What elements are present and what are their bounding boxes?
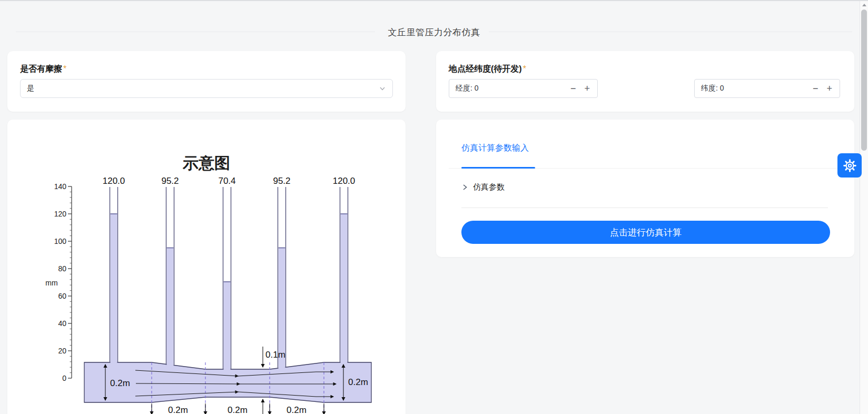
vertical-scrollbar[interactable] (860, 1, 868, 414)
svg-text:20: 20 (58, 347, 66, 355)
latitude-decrease-button[interactable]: − (812, 84, 820, 93)
collapse-simulation-params[interactable]: 仿真参数 (461, 179, 505, 195)
svg-text:40: 40 (58, 319, 66, 328)
simulation-card: 仿真计算参数输入 仿真参数 点击进行仿真计算 (436, 120, 854, 257)
longitude-input[interactable]: 经度: 0 − + (449, 79, 598, 98)
active-tab-underline (461, 167, 535, 169)
manometer-tube: 70.4 (218, 176, 235, 373)
friction-select[interactable]: 是 (20, 79, 393, 98)
scrollbar-thumb[interactable] (861, 9, 867, 151)
manometer-reading: 120.0 (103, 176, 125, 186)
segment-width-label: 0.2m (228, 405, 248, 414)
svg-text:80: 80 (58, 264, 66, 273)
diagram-title: 示意图 (182, 154, 230, 172)
svg-text:100: 100 (54, 237, 67, 245)
segment-width-label: 0.2m (287, 405, 307, 414)
page-title: 文丘里管压力分布仿真 (0, 26, 868, 38)
collapse-label: 仿真参数 (473, 182, 505, 192)
tab-simulation-params[interactable]: 仿真计算参数输入 (461, 143, 529, 154)
manometer-reading: 120.0 (333, 176, 356, 186)
gear-icon (843, 159, 857, 173)
location-label: 地点经纬度(待开发)* (449, 64, 526, 75)
manometer-tube: 95.2 (273, 176, 290, 372)
outlet-height-label: 0.2m (348, 377, 368, 387)
svg-text:mm: mm (45, 279, 57, 287)
manometer-tubes: 120.095.270.495.2120.0 (103, 176, 356, 373)
longitude-value: 经度: 0 (456, 84, 569, 93)
longitude-increase-button[interactable]: + (583, 84, 591, 93)
location-card: 地点经纬度(待开发)* 经度: 0 − + 纬度: 0 − + (436, 51, 854, 112)
chevron-down-icon (379, 85, 386, 92)
segment-width-label: 0.2m (168, 405, 188, 414)
svg-text:120: 120 (54, 210, 67, 218)
latitude-value: 纬度: 0 (701, 84, 812, 93)
svg-text:140: 140 (54, 182, 67, 191)
settings-button[interactable] (837, 153, 862, 178)
svg-text:0: 0 (62, 374, 66, 382)
manometer-reading: 95.2 (161, 176, 179, 186)
required-mark: * (63, 64, 66, 73)
friction-card: 是否有摩擦* 是 (7, 51, 406, 112)
manometer-tube: 120.0 (103, 176, 125, 367)
mm-scale-ruler: 020406080100120140mm (45, 182, 72, 382)
latitude-input[interactable]: 纬度: 0 − + (694, 79, 840, 98)
chevron-right-icon (461, 184, 468, 191)
inlet-height-label: 0.2m (110, 378, 130, 388)
scroll-up-arrow[interactable] (862, 4, 866, 6)
run-simulation-button[interactable]: 点击进行仿真计算 (461, 221, 830, 244)
required-mark: * (523, 64, 526, 73)
friction-select-value: 是 (27, 84, 379, 93)
manometer-reading: 95.2 (273, 176, 290, 186)
friction-label: 是否有摩擦* (20, 64, 66, 75)
manometer-tube: 120.0 (333, 176, 356, 367)
venturi-diagram: 示意图 120.095.270.495.2120.0 0204060801001… (7, 120, 406, 414)
divider (461, 208, 828, 208)
manometer-reading: 70.4 (218, 176, 235, 186)
app-root: 文丘里管压力分布仿真 是否有摩擦* 是 地点经纬度(待开发)* 经度: 0 − … (0, 1, 868, 414)
throat-height-label: 0.1m (265, 350, 285, 360)
manometer-tube: 95.2 (161, 176, 179, 369)
svg-text:60: 60 (58, 292, 66, 300)
longitude-decrease-button[interactable]: − (569, 84, 577, 93)
latitude-increase-button[interactable]: + (825, 84, 833, 93)
